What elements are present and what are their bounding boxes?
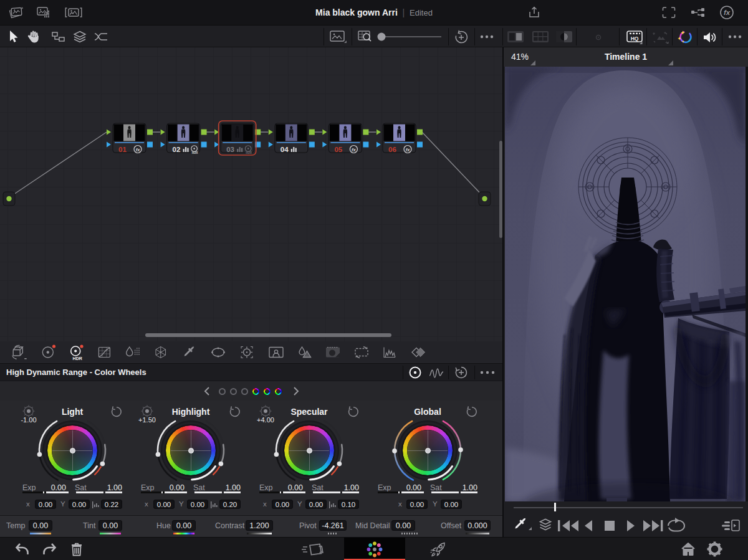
svg-text:fx: fx (136, 147, 140, 153)
svg-text:HDR: HDR (73, 356, 82, 361)
svg-text:05: 05 (334, 146, 342, 153)
svg-text:03: 03 (226, 146, 234, 153)
svg-text:HQ: HQ (631, 36, 639, 42)
svg-text:06: 06 (388, 146, 396, 153)
svg-text:01: 01 (118, 146, 127, 153)
svg-text:HDR: HDR (192, 151, 198, 154)
svg-text:04: 04 (280, 146, 289, 153)
svg-text:HDR: HDR (246, 151, 252, 154)
svg-text:fx: fx (406, 147, 410, 153)
svg-text:fx: fx (724, 9, 731, 16)
svg-text:02: 02 (173, 146, 181, 153)
svg-text:fx: fx (352, 147, 356, 153)
